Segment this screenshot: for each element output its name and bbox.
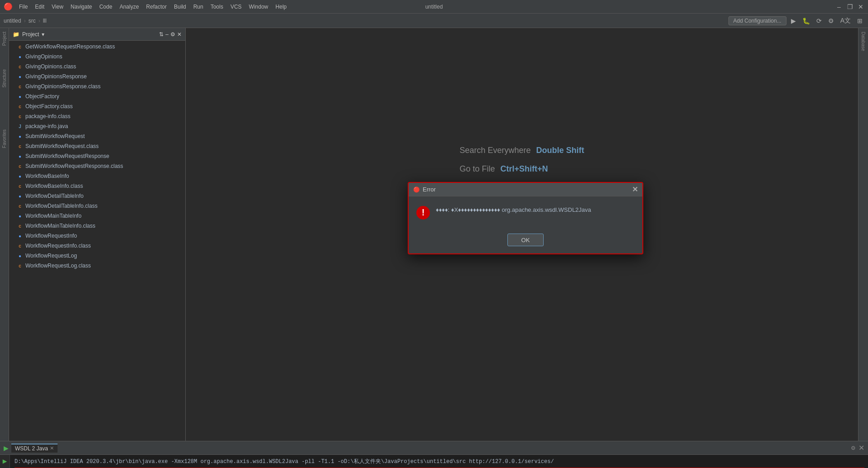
menu-edit[interactable]: Edit [32,3,47,11]
project-close-btn[interactable]: ✕ [177,31,182,38]
breadcrumb-untitled[interactable]: untitled [4,18,21,24]
tree-item-icon: c [16,242,24,249]
tree-item-label: WorkflowDetailTableInfo [25,193,84,199]
tree-item[interactable]: ●SubmitWorkflowRequestResponse [9,151,185,161]
error-icon: ! [416,205,430,220]
add-configuration-button[interactable]: Add Configuration... [728,16,786,25]
project-dropdown-icon[interactable]: ▾ [42,31,44,38]
tree-item[interactable]: cGivingOpinions.class [9,62,185,72]
menu-navigate[interactable]: Navigate [68,3,95,11]
tree-item[interactable]: ●WorkflowBaseInfo [9,171,185,181]
tree-item[interactable]: ●SubmitWorkflowRequest [9,131,185,141]
tree-item[interactable]: cWorkflowDetailTableInfo.class [9,201,185,211]
tree-item-label: SubmitWorkflowRequest [25,133,85,139]
tree-item[interactable]: cWorkflowRequestInfo.class [9,241,185,251]
project-folder-icon: 📁 [13,31,19,38]
tree-item-icon: c [16,262,24,269]
tree-item-label: GivingOpinions [25,53,62,60]
menu-vcs[interactable]: VCS [228,3,245,11]
translate-button[interactable]: A文 [839,16,853,26]
run-play-icon[interactable]: ▶ [4,444,9,452]
tree-item[interactable]: cSubmitWorkflowRequest.class [9,141,185,151]
favorites-sidebar-icon[interactable]: Favorites [1,128,8,150]
minimize-button[interactable]: – [835,3,843,10]
ok-button[interactable]: OK [507,234,544,246]
tree-item-icon: c [16,63,24,70]
menu-code[interactable]: Code [96,3,115,11]
debug-button[interactable]: 🐛 [800,16,812,25]
run-close-icon[interactable]: ✕ [858,444,864,452]
tree-item-icon: c [16,162,24,170]
close-button[interactable]: ✕ [857,3,864,10]
tree-item[interactable]: ●WorkflowDetailTableInfo [9,191,185,201]
tree-item-icon: ● [16,73,24,80]
tree-item[interactable]: ●WorkflowMainTableInfo [9,211,185,221]
run-content[interactable]: ▶ ⬛ ✕ D:\Apps\IntelliJ IDEA 2020.3.4\jbr… [0,455,868,468]
tree-item-label: WorkflowRequestLog [25,253,77,259]
breadcrumb-lll[interactable]: lll [43,18,47,24]
tree-item[interactable]: cSubmitWorkflowRequestResponse.class [9,161,185,171]
tree-item[interactable]: cGivingOpinionsResponse.class [9,81,185,91]
run-tab-close-icon[interactable]: ✕ [50,445,54,451]
tree-item[interactable]: cObjectFactory.class [9,101,185,111]
tree-item-icon: ● [16,212,24,220]
maximize-button[interactable]: ❐ [846,3,854,10]
run-button[interactable]: ▶ [789,16,798,25]
menu-file[interactable]: File [16,3,30,11]
tree-item-icon: ● [16,53,24,60]
tree-item-label: SubmitWorkflowRequestResponse.class [25,163,123,169]
menu-analyze[interactable]: Analyze [117,3,142,11]
tree-item-label: package-info.java [25,123,68,129]
project-settings-btn[interactable]: ⚙ [170,31,175,38]
menu-build[interactable]: Build [171,3,189,11]
breadcrumb-src[interactable]: src [29,18,36,24]
database-sidebar-icon[interactable]: Database [860,30,867,53]
tree-item-label: WorkflowRequestLog.class [25,263,91,269]
menu-run[interactable]: Run [191,3,206,11]
titlebar-left: 🔴 File Edit View Navigate Code Analyze R… [4,2,289,11]
run-output-area: D:\Apps\IntelliJ IDEA 2020.3.4\jbr\bin\j… [14,458,864,468]
run-settings-icon[interactable]: ⚙ [851,445,856,451]
tree-item-icon: c [16,43,24,50]
tree-item[interactable]: cGetWorkflowRequestResponse.class [9,42,185,52]
run-play-left-icon[interactable]: ▶ [3,457,7,466]
dialog-overlay: 🔴 Error ✕ ! ♦♦♦♦: ♦X♦♦♦♦♦♦♦♦♦♦♦♦♦♦ org.a… [186,28,858,441]
project-header-buttons: ⇅ – ⚙ ✕ [159,31,182,38]
tree-item-icon: ● [16,232,24,239]
tree-item-label: WorkflowDetailTableInfo.class [25,203,97,209]
run-wsdl-tab[interactable]: WSDL 2 Java ✕ [11,444,58,453]
structure-sidebar-icon[interactable]: Structure [1,67,8,90]
tree-item[interactable]: ●WorkflowRequestLog [9,251,185,261]
tree-item[interactable]: Jpackage-info.java [9,121,185,131]
menu-tools[interactable]: Tools [208,3,226,11]
tree-item[interactable]: cpackage-info.class [9,111,185,121]
settings-button[interactable]: ⚙ [826,16,836,25]
dialog-close-button[interactable]: ✕ [632,185,638,194]
tree-item-icon: c [16,222,24,229]
titlebar-controls: – ❐ ✕ [835,3,864,10]
tree-item[interactable]: cWorkflowMainTableInfo.class [9,221,185,231]
tree-item-icon: ● [16,133,24,140]
dialog-body: ! ♦♦♦♦: ♦X♦♦♦♦♦♦♦♦♦♦♦♦♦♦ org.apache.axis… [409,196,642,229]
tree-item-icon: ● [16,153,24,160]
tree-item[interactable]: ●GivingOpinions [9,52,185,62]
tree-item[interactable]: ●ObjectFactory [9,91,185,101]
menu-view[interactable]: View [49,3,66,11]
tree-item[interactable]: cWorkflowBaseInfo.class [9,181,185,191]
tree-item[interactable]: ●GivingOpinionsResponse [9,72,185,81]
tree-item-icon: ● [16,93,24,100]
menu-window[interactable]: Window [246,3,271,11]
project-sync-btn[interactable]: ⇅ [159,31,164,38]
tree-item-label: GivingOpinions.class [25,63,76,70]
breadcrumb-sep1: › [24,18,26,24]
layout-button[interactable]: ⊞ [855,16,864,25]
menu-refactor[interactable]: Refactor [144,3,169,11]
menu-help[interactable]: Help [273,3,289,11]
project-collapse-btn[interactable]: – [165,31,169,38]
tree-item-label: SubmitWorkflowRequestResponse [25,153,109,159]
titlebar: 🔴 File Edit View Navigate Code Analyze R… [0,0,868,14]
tree-item[interactable]: ●WorkflowRequestInfo [9,231,185,241]
project-sidebar-icon[interactable]: Project [1,30,8,48]
refresh-button[interactable]: ⟳ [815,16,824,25]
tree-item[interactable]: cWorkflowRequestLog.class [9,261,185,271]
